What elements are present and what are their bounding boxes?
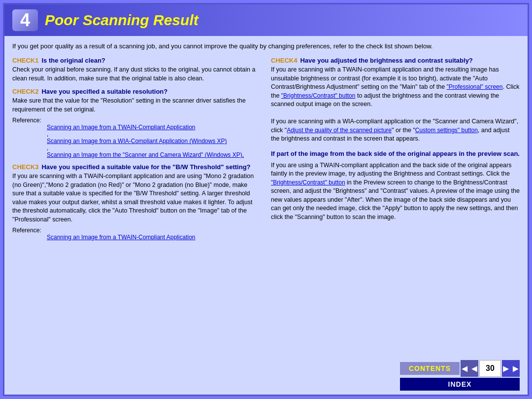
check3-reference: Reference: Scanning an Image from a TWAI… bbox=[12, 227, 261, 241]
check3-block: CHECK3 Have you specified a suitable val… bbox=[12, 163, 261, 241]
check4-body: If you are scanning with a TWAIN-complia… bbox=[271, 66, 520, 144]
check3-body: If you are scanning with a TWAIN-complia… bbox=[12, 172, 261, 224]
nav-right-button[interactable]: ►► bbox=[502, 360, 520, 377]
contents-button[interactable]: CONTENTS bbox=[400, 362, 460, 375]
check4-block: CHECK4 Have you adjusted the brightness … bbox=[271, 57, 520, 144]
check4-link3[interactable]: Adjust the quality of the scanned pictur… bbox=[287, 127, 392, 134]
page-number: 30 bbox=[479, 360, 501, 377]
check2-header: CHECK2 Have you specified a suitable res… bbox=[12, 88, 261, 95]
nav-left-button[interactable]: ◄◄ bbox=[461, 360, 478, 377]
check2-label: CHECK2 bbox=[12, 88, 38, 95]
check4-link1[interactable]: "Professional" screen bbox=[447, 83, 503, 90]
check2-reference: Reference: Scanning an Image from a TWAI… bbox=[12, 117, 261, 158]
check3-ref-label: Reference: bbox=[12, 227, 41, 234]
header-title: Poor Scanning Result bbox=[45, 12, 199, 29]
special-body: If you are using a TWAIN-compliant appli… bbox=[271, 161, 520, 222]
check2-block: CHECK2 Have you specified a suitable res… bbox=[12, 88, 261, 158]
check2-question: Have you specified a suitable resolution… bbox=[41, 88, 167, 95]
check2-ref-link-2[interactable]: Scanning an Image from a WIA-Compliant A… bbox=[47, 138, 261, 145]
check3-ref-link-1[interactable]: Scanning an Image from a TWAIN-Compliant… bbox=[47, 234, 261, 241]
check2-ref-link-1[interactable]: Scanning an Image from a TWAIN-Compliant… bbox=[47, 124, 261, 131]
check4-header: CHECK4 Have you adjusted the brightness … bbox=[271, 57, 520, 64]
index-button[interactable]: INDEX bbox=[400, 378, 520, 391]
check1-body: Check your original before scanning. If … bbox=[12, 66, 261, 83]
check3-label: CHECK3 bbox=[12, 163, 38, 171]
check2-ref-links: Scanning an Image from a TWAIN-Compliant… bbox=[47, 124, 261, 158]
header: 4 Poor Scanning Result bbox=[4, 4, 528, 36]
check1-label: CHECK1 bbox=[12, 57, 38, 64]
check3-question: Have you specified a suitable value for … bbox=[41, 163, 250, 171]
footer-bar: CONTENTS ◄◄ 30 ►► INDEX bbox=[4, 357, 528, 395]
check3-ref-links: Scanning an Image from a TWAIN-Compliant… bbox=[47, 234, 261, 241]
special-block: If part of the image from the back side … bbox=[271, 148, 520, 222]
special-heading: If part of the image from the back side … bbox=[271, 149, 520, 158]
right-column: CHECK4 Have you adjusted the brightness … bbox=[271, 57, 520, 241]
check4-label: CHECK4 bbox=[271, 57, 297, 64]
content-area: If you get poor quality as a result of a… bbox=[4, 36, 528, 357]
chapter-number: 4 bbox=[12, 9, 38, 31]
check1-header: CHECK1 Is the original clean? bbox=[12, 57, 261, 64]
check1-block: CHECK1 Is the original clean? Check your… bbox=[12, 57, 261, 83]
two-columns: CHECK1 Is the original clean? Check your… bbox=[12, 57, 520, 241]
outer-border: 4 Poor Scanning Result If you get poor q… bbox=[0, 0, 532, 399]
check1-question: Is the original clean? bbox=[41, 57, 105, 64]
check4-question: Have you adjusted the brightness and con… bbox=[300, 57, 472, 64]
check2-body: Make sure that the value for the "Resolu… bbox=[12, 97, 261, 114]
footer-right-group: CONTENTS ◄◄ 30 ►► INDEX bbox=[400, 360, 520, 391]
left-column: CHECK1 Is the original clean? Check your… bbox=[12, 57, 261, 241]
footer-bottom-row: INDEX bbox=[400, 378, 520, 391]
check2-ref-label: Reference: bbox=[12, 117, 41, 124]
check4-link2[interactable]: "Brightness/Contrast" button bbox=[281, 92, 356, 99]
footer-top-row: CONTENTS ◄◄ 30 ►► bbox=[400, 360, 520, 377]
intro-text: If you get poor quality as a result of a… bbox=[12, 42, 520, 51]
check3-header: CHECK3 Have you specified a suitable val… bbox=[12, 163, 261, 171]
special-brightness-link[interactable]: "Brightness/Contrast" button bbox=[271, 179, 345, 186]
check4-body5: " or the " bbox=[392, 127, 415, 134]
check4-link4[interactable]: Custom settings" button bbox=[415, 127, 478, 134]
inner-container: 4 Poor Scanning Result If you get poor q… bbox=[3, 3, 529, 396]
check2-ref-link-3[interactable]: Scanning an Image from the "Scanner and … bbox=[47, 151, 261, 158]
